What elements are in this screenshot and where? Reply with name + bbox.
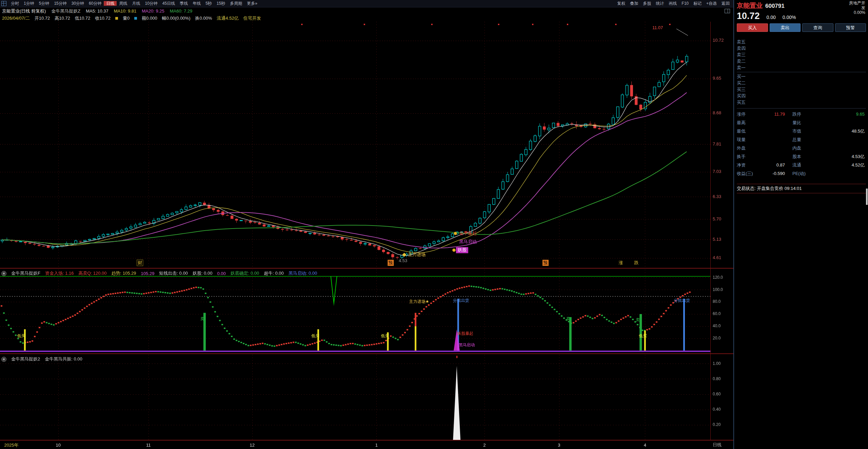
- menu-F10[interactable]: F10: [679, 0, 691, 7]
- menubar: 分时1分钟5分钟15分钟30分钟60分钟日线周线月线10分钟45日线季线年线5秒…: [0, 0, 733, 7]
- stat-value: 9.65: [813, 110, 866, 118]
- bar-date: 2026/04/07/二: [2, 15, 30, 21]
- indicator-field: 105.29: [141, 271, 155, 276]
- menu-统计[interactable]: 统计: [653, 0, 666, 7]
- stat-label: 跌停: [792, 110, 813, 118]
- high-value: 高10.72: [55, 15, 70, 21]
- timeframe-周线[interactable]: 周线: [117, 1, 130, 6]
- timeframe-分时[interactable]: 分时: [8, 1, 21, 6]
- trade-buttons: 买入卖出查询预警: [737, 23, 866, 32]
- stat-row: 涨停11.79跌停9.65: [737, 110, 866, 118]
- ask-row: 卖三: [737, 52, 866, 58]
- stat-value: 48.5亿: [813, 127, 866, 135]
- stat-value: [760, 144, 792, 152]
- stat-label: 最高: [737, 118, 760, 127]
- bid-row: 买四: [737, 93, 866, 99]
- timeframe-15秒[interactable]: 15秒: [214, 1, 228, 6]
- stat-row: 最高量比: [737, 118, 866, 127]
- sidebar-scrollbar-thumb[interactable]: [866, 189, 868, 205]
- timeframe-季线[interactable]: 季线: [177, 1, 190, 6]
- timeframe-5秒[interactable]: 5秒: [203, 1, 214, 6]
- bid-row: 买一: [737, 73, 866, 80]
- timeframe-5分钟[interactable]: 5分钟: [37, 1, 52, 6]
- panel-toggle-icon[interactable]: [1, 357, 6, 362]
- sector-change: 0.00%: [846, 10, 865, 15]
- sell-button[interactable]: 卖出: [770, 23, 801, 32]
- close-value: 收10.72: [95, 15, 111, 21]
- stat-value: [760, 135, 792, 144]
- timeframe-60分钟[interactable]: 60分钟: [86, 1, 104, 6]
- ma10-value: MA10: 9.81: [114, 8, 137, 14]
- ask-levels: 卖五卖四卖三卖二卖一: [737, 39, 866, 71]
- ask-label: 卖三: [737, 52, 754, 58]
- buy-button[interactable]: 买入: [737, 23, 768, 32]
- indicator-f-values: 资金入场: 1.16高卖Q: 120.00趋势: 105.29105.29短线出…: [45, 270, 317, 276]
- ask-label: 卖四: [737, 45, 754, 52]
- query-button[interactable]: 查询: [802, 23, 833, 32]
- indicator-f-title[interactable]: 金牛黑马捉妖F: [11, 270, 40, 276]
- stock-code: 600791: [765, 3, 785, 9]
- stat-label: 最低: [737, 127, 760, 135]
- panel-toggle-icon[interactable]: [1, 271, 6, 276]
- timeframe-30分钟[interactable]: 30分钟: [69, 1, 86, 6]
- stat-label: 现量: [737, 135, 760, 144]
- stat-row: 最低市值48.5亿: [737, 127, 866, 135]
- stat-value: -0.590: [760, 169, 792, 178]
- timeframe-多周期[interactable]: 多周期: [228, 1, 244, 6]
- timeframe-1分钟[interactable]: 1分钟: [21, 1, 37, 6]
- panel-layout-icon[interactable]: [725, 9, 730, 13]
- timeframe-10分钟[interactable]: 10分钟: [142, 1, 160, 6]
- stat-label: 总量: [792, 135, 813, 144]
- ask-row: 卖五: [737, 39, 866, 45]
- last-price: 10.72: [737, 11, 760, 21]
- stat-row: 净资0.87流通4.52亿: [737, 161, 866, 169]
- title-row: 京能置业(日线 前复权) 金牛黑马捉妖Z MA5: 10.37 MA10: 9.…: [0, 7, 733, 15]
- stat-value: [760, 127, 792, 135]
- stat-label: 流通: [792, 161, 813, 169]
- timeframe-15分钟[interactable]: 15分钟: [52, 1, 69, 6]
- menu-画线[interactable]: 画线: [666, 0, 679, 7]
- alert-button[interactable]: 预警: [835, 23, 866, 32]
- app-grid-icon[interactable]: [1, 1, 6, 6]
- industry-sector[interactable]: 房地产开发 0.00%: [846, 1, 865, 15]
- timeframe-月线[interactable]: 月线: [130, 1, 142, 6]
- bid-label: 买三: [737, 86, 754, 93]
- menu-+自选[interactable]: +自选: [704, 0, 719, 7]
- indicator-2-title[interactable]: 金牛黑马捉妖2: [11, 356, 40, 362]
- ask-row: 卖二: [737, 58, 866, 64]
- timeframe-45日线[interactable]: 45日线: [160, 1, 177, 6]
- float-shares: 流通4.52亿: [217, 15, 238, 21]
- bid-row: 买三: [737, 86, 866, 93]
- turnover-value: 换0.00%: [195, 15, 212, 21]
- stat-value: 4.52亿: [813, 161, 866, 169]
- stock-name[interactable]: 京能置业: [737, 2, 763, 9]
- volume-value: 量0: [123, 15, 130, 21]
- sector-tag[interactable]: 住宅开发: [243, 15, 261, 21]
- stat-value: 4.53亿: [813, 152, 866, 161]
- menu-复权[interactable]: 复权: [615, 0, 628, 7]
- timeframe-日线[interactable]: 日线: [104, 1, 117, 6]
- stat-value: 11.79: [760, 110, 792, 118]
- stock-title: 京能置业(日线 前复权): [2, 8, 46, 14]
- indicator-field: 短线出击: 0.00: [159, 270, 188, 276]
- ohlc-info-row: 2026/04/07/二 开10.72 高10.72 低10.72 收10.72…: [0, 15, 733, 22]
- timeframe-更多»[interactable]: 更多»: [244, 1, 260, 6]
- amount-value: 额0.000: [142, 15, 157, 21]
- quote-sidebar: 京能置业600791 房地产开发 0.00% 10.72 0.00 0.00% …: [733, 0, 868, 449]
- menu-叠加[interactable]: 叠加: [628, 0, 640, 7]
- stat-label: 股本: [792, 152, 813, 161]
- stat-label: 净资: [737, 161, 760, 169]
- indicator-field: 超牛: 0.00: [264, 270, 284, 276]
- menu-标记[interactable]: 标记: [691, 0, 704, 7]
- indicator-name[interactable]: 金牛黑马捉妖Z: [51, 8, 80, 14]
- timeframe-年线[interactable]: 年线: [190, 1, 203, 6]
- indicator-field: 黑马启动: 0.00: [289, 270, 317, 276]
- menu-多股[interactable]: 多股: [640, 0, 653, 7]
- bid-row: 买五: [737, 99, 866, 105]
- stats-grid: 涨停11.79跌停9.65最高量比最低市值48.5亿现量总量外盘内盘换手股本4.…: [737, 108, 866, 178]
- chart-canvas[interactable]: [0, 22, 733, 449]
- menu-返回[interactable]: 返回: [719, 0, 732, 7]
- order-book: 卖五卖四卖三卖二卖一 买一买二买三买四买五: [737, 35, 866, 105]
- period-label[interactable]: 日线: [713, 442, 722, 448]
- stat-label: 换手: [737, 152, 760, 161]
